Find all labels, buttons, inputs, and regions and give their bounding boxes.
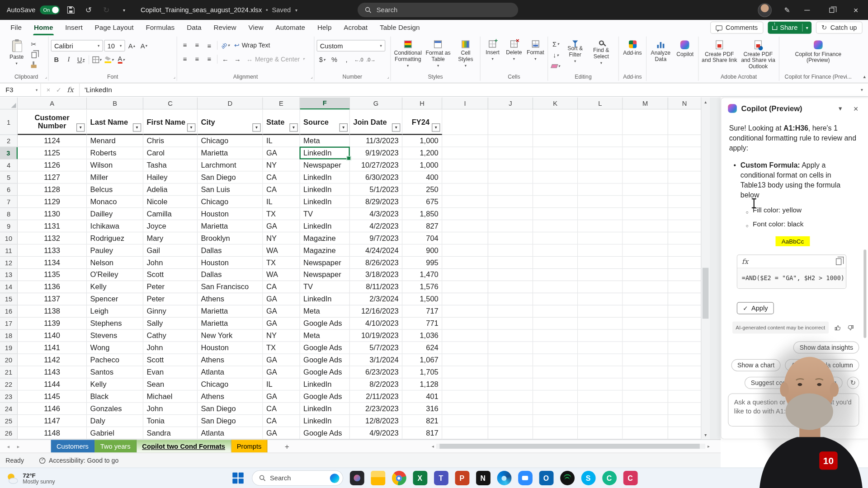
grid-cell-I8[interactable] xyxy=(442,208,488,220)
grid-cell-I25[interactable] xyxy=(442,415,488,427)
vertical-scrollbar[interactable]: ▴ ▾ xyxy=(701,98,710,440)
grid-cell-F17[interactable]: Google Ads xyxy=(300,318,350,330)
next-sheet-icon[interactable]: ▸ xyxy=(13,443,23,449)
row-header-17[interactable]: 17 xyxy=(0,318,18,330)
underline-button[interactable]: U▾ xyxy=(75,54,86,65)
grid-cell-N18[interactable] xyxy=(668,330,701,342)
grid-cell-H19[interactable]: 624 xyxy=(402,342,442,354)
grid-cell-F14[interactable]: TV xyxy=(300,281,350,293)
row-header-21[interactable]: 21 xyxy=(0,366,18,379)
grid-cell-L6[interactable] xyxy=(578,184,623,196)
grid-cell-M18[interactable] xyxy=(623,330,668,342)
grid-cell-M8[interactable] xyxy=(623,208,668,220)
grid-cell-N9[interactable] xyxy=(668,220,701,232)
clipboard-dialog-launcher[interactable]: ⌟ xyxy=(45,74,47,79)
grid-cell-A11[interactable]: 1133 xyxy=(18,244,87,257)
row-header-19[interactable]: 19 xyxy=(0,342,18,354)
grid-cell-I15[interactable] xyxy=(442,293,488,305)
row-header-20[interactable]: 20 xyxy=(0,354,18,366)
grid-cell-A23[interactable]: 1145 xyxy=(18,390,87,403)
grid-cell-L12[interactable] xyxy=(578,257,623,269)
row-header-7[interactable]: 7 xyxy=(0,196,18,208)
grid-cell-H23[interactable]: 401 xyxy=(402,390,442,403)
grid-cell-K13[interactable] xyxy=(533,269,578,281)
grid-cell-B17[interactable]: Stephens xyxy=(87,318,143,330)
grid-cell-J20[interactable] xyxy=(488,354,533,366)
filter-button-state[interactable]: ▾ xyxy=(289,123,297,131)
grid-cell-I12[interactable] xyxy=(442,257,488,269)
grid-cell-L23[interactable] xyxy=(578,390,623,403)
grid-cell-C18[interactable]: Cathy xyxy=(143,330,198,342)
wrap-text-button[interactable]: ↩Wrap Text xyxy=(232,40,272,51)
grid-cell-J22[interactable] xyxy=(488,379,533,391)
grid-cell-I14[interactable] xyxy=(442,281,488,293)
grid-cell-B22[interactable]: Kelly xyxy=(87,379,143,391)
grid-cell-L18[interactable] xyxy=(578,330,623,342)
grid-cell-B5[interactable]: Miller xyxy=(87,172,143,184)
grid-cell-D7[interactable]: Chicago xyxy=(198,196,263,208)
grid-cell-A10[interactable]: 1132 xyxy=(18,232,87,244)
grid-cell-D11[interactable]: Dallas xyxy=(198,244,263,257)
hscroll-thumb[interactable] xyxy=(439,443,699,448)
grid-cell-J9[interactable] xyxy=(488,220,533,232)
grid-cell-K22[interactable] xyxy=(533,379,578,391)
grid-cell-J3[interactable] xyxy=(488,147,533,160)
grid-cell-N25[interactable] xyxy=(668,415,701,427)
grid-cell-C26[interactable]: Sandra xyxy=(143,427,198,439)
orientation-button[interactable]: ab▾ xyxy=(220,40,231,51)
grid-cell-F24[interactable]: LinkedIn xyxy=(300,403,350,415)
grid-cell-N17[interactable] xyxy=(668,318,701,330)
grid-cell-C23[interactable]: Michael xyxy=(143,390,198,403)
grid-cell-M13[interactable] xyxy=(623,269,668,281)
grid-cell-L10[interactable] xyxy=(578,232,623,244)
grid-cell-E1[interactable]: State▾ xyxy=(263,109,300,135)
grid-cell-G19[interactable]: 5/7/2023 xyxy=(350,342,402,354)
grid-cell-N23[interactable] xyxy=(668,390,701,403)
titlebar-search[interactable]: Search xyxy=(358,3,518,17)
decrease-font-size-button[interactable]: A▾ xyxy=(138,40,149,51)
grid-cell-K23[interactable] xyxy=(533,390,578,403)
grid-cell-E8[interactable]: TX xyxy=(263,208,300,220)
grid-cell-N12[interactable] xyxy=(668,257,701,269)
filter-button-source[interactable]: ▾ xyxy=(340,123,348,131)
copilot-ribbon-button[interactable]: Copilot xyxy=(674,38,696,57)
grid-cell-A8[interactable]: 1130 xyxy=(18,208,87,220)
grid-cell-D16[interactable]: Marietta xyxy=(198,305,263,318)
copy-formula-icon[interactable] xyxy=(836,258,841,265)
catchup-button[interactable]: ↻Catch up xyxy=(816,22,863,34)
grid-cell-H4[interactable]: 1,000 xyxy=(402,160,442,172)
grid-cell-E11[interactable]: WA xyxy=(263,244,300,257)
grid-cell-A22[interactable]: 1144 xyxy=(18,379,87,391)
insert-function-icon[interactable]: fx xyxy=(67,86,73,94)
grid-cell-J26[interactable] xyxy=(488,427,533,439)
grid-cell-L7[interactable] xyxy=(578,196,623,208)
grid-cell-K2[interactable] xyxy=(533,135,578,147)
grid-cell-L22[interactable] xyxy=(578,379,623,391)
grid-cell-M16[interactable] xyxy=(623,305,668,318)
grid-cell-G7[interactable]: 8/29/2023 xyxy=(350,196,402,208)
grid-cell-G15[interactable]: 2/3/2024 xyxy=(350,293,402,305)
grid-cell-J6[interactable] xyxy=(488,184,533,196)
grid-cell-E2[interactable]: IL xyxy=(263,135,300,147)
grid-cell-G8[interactable]: 4/3/2023 xyxy=(350,208,402,220)
column-header-I[interactable]: I xyxy=(442,98,488,110)
grid-cell-N13[interactable] xyxy=(668,269,701,281)
align-top-button[interactable]: ≡ xyxy=(179,40,190,51)
row-header-10[interactable]: 10 xyxy=(0,232,18,244)
grid-cell-A16[interactable]: 1138 xyxy=(18,305,87,318)
grid-cell-L3[interactable] xyxy=(578,147,623,160)
grid-cell-J2[interactable] xyxy=(488,135,533,147)
grid-cell-N1[interactable] xyxy=(668,109,701,135)
grid-cell-N7[interactable] xyxy=(668,196,701,208)
grid-cell-L13[interactable] xyxy=(578,269,623,281)
grid-cell-A24[interactable]: 1146 xyxy=(18,403,87,415)
grid-cell-C1[interactable]: First Name▾ xyxy=(143,109,198,135)
sheet-tab-copilot-two-cond-formats[interactable]: Copilot two Cond Formats xyxy=(137,440,231,452)
grid-cell-B11[interactable]: Pauley xyxy=(87,244,143,257)
grid-cell-E16[interactable]: GA xyxy=(263,305,300,318)
grid-cell-E19[interactable]: TX xyxy=(263,342,300,354)
align-center-button[interactable]: ≡ xyxy=(192,54,203,64)
grid-cell-D24[interactable]: San Diego xyxy=(198,403,263,415)
grid-cell-B1[interactable]: Last Name▾ xyxy=(87,109,143,135)
grid-cell-D14[interactable]: San Francisco xyxy=(198,281,263,293)
